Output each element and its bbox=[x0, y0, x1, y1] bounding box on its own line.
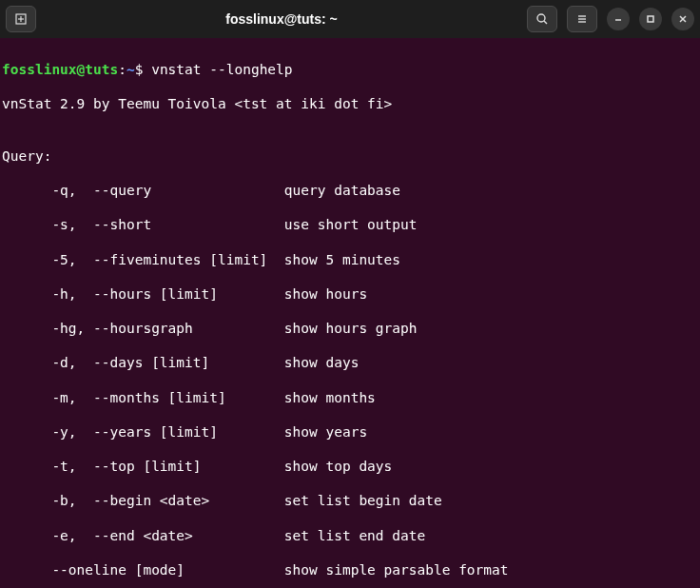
output-line: vnStat 2.9 by Teemu Toivola <tst at iki … bbox=[2, 95, 698, 112]
section-header: Query: bbox=[2, 147, 698, 165]
output-line: -y, --years [limit] show years bbox=[2, 423, 698, 441]
titlebar-left bbox=[6, 6, 36, 32]
output-line: -q, --query query database bbox=[2, 182, 698, 199]
output-line: -t, --top [limit] show top days bbox=[2, 458, 698, 475]
minimize-button[interactable] bbox=[607, 8, 630, 30]
prompt-dollar: $ bbox=[135, 62, 151, 77]
new-tab-button[interactable] bbox=[6, 6, 36, 32]
svg-line-4 bbox=[544, 21, 547, 24]
menu-button[interactable] bbox=[567, 6, 597, 32]
prompt-line: fosslinux@tuts:~$ vnstat --longhelp bbox=[2, 61, 698, 78]
output-line: -h, --hours [limit] show hours bbox=[2, 285, 698, 303]
output-line: -hg, --hoursgraph show hours graph bbox=[2, 320, 698, 337]
output-line: --oneline [mode] show simple parsable fo… bbox=[2, 561, 698, 578]
output-line: -5, --fiveminutes [limit] show 5 minutes bbox=[2, 251, 698, 268]
titlebar-right bbox=[527, 6, 694, 32]
prompt-path: ~ bbox=[126, 62, 135, 77]
output-line: -d, --days [limit] show days bbox=[2, 354, 698, 371]
terminal-body[interactable]: fosslinux@tuts:~$ vnstat --longhelp vnSt… bbox=[0, 38, 700, 588]
command-text: vnstat --longhelp bbox=[151, 62, 292, 77]
svg-rect-9 bbox=[648, 16, 653, 22]
output-line: -b, --begin <date> set list begin date bbox=[2, 492, 698, 509]
search-button[interactable] bbox=[527, 6, 557, 32]
maximize-button[interactable] bbox=[639, 8, 662, 30]
titlebar: fosslinux@tuts: ~ bbox=[0, 0, 700, 38]
output-line: -e, --end <date> set list end date bbox=[2, 527, 698, 544]
prompt-user: fosslinux@tuts bbox=[2, 62, 118, 77]
window-title: fosslinux@tuts: ~ bbox=[42, 11, 521, 27]
svg-point-3 bbox=[537, 14, 545, 22]
prompt-colon: : bbox=[118, 62, 126, 77]
output-line: -m, --months [limit] show months bbox=[2, 389, 698, 406]
close-button[interactable] bbox=[671, 8, 694, 30]
output-line: -s, --short use short output bbox=[2, 216, 698, 233]
